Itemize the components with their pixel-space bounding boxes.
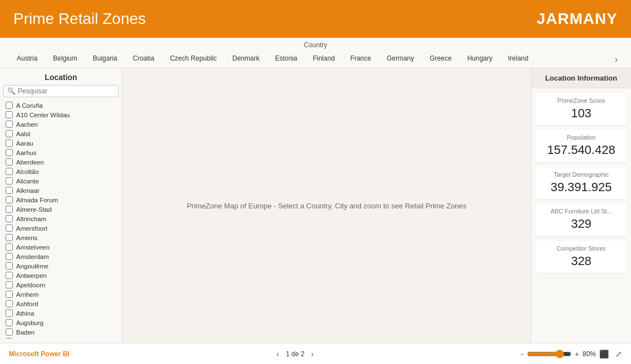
location-checkbox[interactable]: [6, 111, 13, 118]
location-item-label: Amsterdam: [16, 253, 49, 260]
search-input[interactable]: [18, 87, 115, 95]
location-checkbox[interactable]: [6, 196, 13, 203]
list-item[interactable]: Amstelveen: [3, 242, 119, 252]
list-item[interactable]: Athina: [3, 308, 119, 318]
list-item[interactable]: Baden: [3, 327, 119, 337]
location-checkbox[interactable]: [6, 187, 13, 194]
country-tab-czech[interactable]: Czech Republic: [162, 51, 224, 68]
list-item[interactable]: Altrincham: [3, 214, 119, 223]
list-item[interactable]: Amiens: [3, 233, 119, 242]
map-area: PrimeZone Map of Europe - Select a Count…: [122, 68, 531, 343]
list-item[interactable]: Aarhus: [3, 148, 119, 157]
location-checkbox[interactable]: [6, 121, 13, 128]
country-filter-bar: Country AustriaBelgiumBulgariaCroatiaCze…: [0, 38, 631, 68]
info-card-label: Competitor Stores: [543, 245, 620, 252]
location-checkbox[interactable]: [6, 243, 13, 251]
location-checkbox[interactable]: [6, 206, 13, 213]
location-checkbox[interactable]: [6, 149, 13, 156]
location-checkbox[interactable]: [6, 158, 13, 166]
location-title: Location: [3, 73, 119, 82]
prev-page-button[interactable]: ‹: [274, 348, 282, 360]
location-checkbox[interactable]: [6, 253, 13, 260]
location-checkbox[interactable]: [6, 310, 13, 317]
location-item-label: Aberdeen: [16, 159, 44, 166]
list-item[interactable]: Ballymena: [3, 337, 119, 338]
country-tab-ireland[interactable]: Ireland: [500, 51, 536, 68]
list-item[interactable]: Alicante: [3, 176, 119, 186]
location-checkbox[interactable]: [6, 139, 13, 147]
location-checkbox[interactable]: [6, 215, 13, 222]
list-item[interactable]: Ashford: [3, 299, 119, 308]
location-checkbox[interactable]: [6, 168, 13, 175]
export-button[interactable]: ⬛: [599, 350, 609, 358]
country-tab-croatia[interactable]: Croatia: [125, 51, 162, 68]
location-item-label: Aarau: [16, 140, 33, 147]
zoom-in-button[interactable]: +: [575, 350, 579, 358]
location-search-bar[interactable]: 🔍: [3, 85, 119, 97]
country-tab-hungary[interactable]: Hungary: [460, 51, 500, 68]
powerbi-link[interactable]: Microsoft Power BI: [9, 350, 70, 358]
country-tab-bulgaria[interactable]: Bulgaria: [85, 51, 125, 68]
location-item-label: Almada Forum: [16, 197, 58, 203]
location-item-label: Amstelveen: [16, 244, 50, 251]
location-item-label: Ashford: [16, 301, 38, 307]
list-item[interactable]: Aachen: [3, 119, 119, 129]
list-item[interactable]: Alcoltão: [3, 167, 119, 176]
info-card-0: PrimeZone Score103: [536, 93, 627, 125]
info-card-3: ABC Furniture Ltd St...329: [536, 203, 627, 236]
location-checkbox[interactable]: [6, 281, 13, 288]
list-item[interactable]: Arnhem: [3, 290, 119, 299]
list-item[interactable]: Aberdeen: [3, 157, 119, 167]
country-tab-denmark[interactable]: Denmark: [224, 51, 267, 68]
list-item[interactable]: Aalst: [3, 129, 119, 138]
list-item[interactable]: A Coruña: [3, 101, 119, 110]
location-item-label: A10 Center Wildau: [16, 112, 70, 118]
list-item[interactable]: Augsburg: [3, 318, 119, 327]
app-title: Prime Retail Zones: [13, 10, 146, 28]
location-item-label: Aalst: [16, 131, 31, 137]
country-tab-estonia[interactable]: Estonia: [267, 51, 305, 68]
list-item[interactable]: A10 Center Wildau: [3, 110, 119, 119]
list-item[interactable]: Alkmaar: [3, 186, 119, 195]
location-checkbox[interactable]: [6, 272, 13, 279]
location-checkbox[interactable]: [6, 225, 13, 232]
location-item-label: Amersfoort: [16, 225, 47, 232]
info-card-value: 328: [543, 254, 620, 268]
info-card-value: 39.391.925: [543, 180, 620, 195]
list-item[interactable]: Almada Forum: [3, 195, 119, 205]
location-item-label: Alcoltão: [16, 168, 39, 175]
location-checkbox[interactable]: [6, 234, 13, 241]
location-checkbox[interactable]: [6, 177, 13, 185]
country-tab-france[interactable]: France: [343, 51, 379, 68]
country-tab-greece[interactable]: Greece: [422, 51, 459, 68]
location-item-label: Alkmaar: [16, 187, 40, 194]
list-item[interactable]: Angoulême: [3, 261, 119, 271]
location-checkbox[interactable]: [6, 300, 13, 307]
location-checkbox[interactable]: [6, 319, 13, 326]
country-tab-austria[interactable]: Austria: [9, 51, 45, 68]
country-next-button[interactable]: ›: [610, 52, 622, 67]
fullscreen-button[interactable]: ⤢: [615, 350, 622, 358]
location-checkbox[interactable]: [6, 130, 13, 137]
location-checkbox[interactable]: [6, 291, 13, 298]
list-item[interactable]: Amersfoort: [3, 223, 119, 233]
list-item[interactable]: Apeldoorn: [3, 280, 119, 290]
list-item[interactable]: Antwerpen: [3, 271, 119, 280]
list-item[interactable]: Almere-Stad: [3, 205, 119, 214]
location-checkbox[interactable]: [6, 328, 13, 336]
next-page-button[interactable]: ›: [309, 348, 316, 360]
location-item-label: Angoulême: [16, 263, 48, 270]
location-list: A CoruñaA10 Center WildauAachenAalstAara…: [3, 101, 119, 338]
location-checkbox[interactable]: [6, 262, 13, 270]
location-item-label: Augsburg: [16, 320, 43, 326]
location-checkbox[interactable]: [6, 102, 13, 109]
footer-icons: ⬛ ⤢: [599, 350, 622, 358]
country-tab-belgium[interactable]: Belgium: [45, 51, 85, 68]
list-item[interactable]: Aarau: [3, 138, 119, 148]
list-item[interactable]: Amsterdam: [3, 252, 119, 261]
country-tab-germany[interactable]: Germany: [379, 51, 422, 68]
country-tab-finland[interactable]: Finland: [305, 51, 342, 68]
zoom-out-button[interactable]: -: [521, 350, 524, 358]
location-checkbox[interactable]: [6, 338, 13, 338]
zoom-slider[interactable]: [527, 350, 571, 358]
